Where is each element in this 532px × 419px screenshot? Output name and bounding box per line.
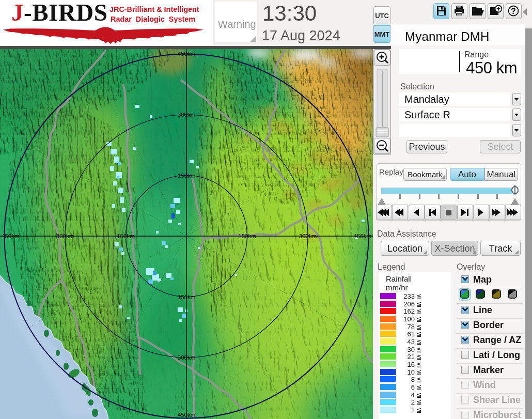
svg-text:450km: 450km bbox=[178, 412, 196, 418]
svg-text:300km: 300km bbox=[56, 233, 74, 239]
svg-text:150km: 150km bbox=[178, 173, 196, 179]
svg-text:450km: 450km bbox=[353, 233, 371, 239]
svg-text:150km: 150km bbox=[178, 294, 196, 300]
svg-text:300km: 300km bbox=[299, 233, 317, 239]
svg-text:150km: 150km bbox=[238, 233, 256, 239]
svg-text:300km: 300km bbox=[178, 354, 196, 361]
svg-text:?: ? bbox=[511, 7, 516, 15]
svg-text:450km: 450km bbox=[2, 233, 20, 239]
svg-text:150km: 150km bbox=[117, 233, 135, 239]
svg-text:450km: 450km bbox=[178, 51, 196, 57]
svg-text:300km: 300km bbox=[178, 112, 196, 118]
